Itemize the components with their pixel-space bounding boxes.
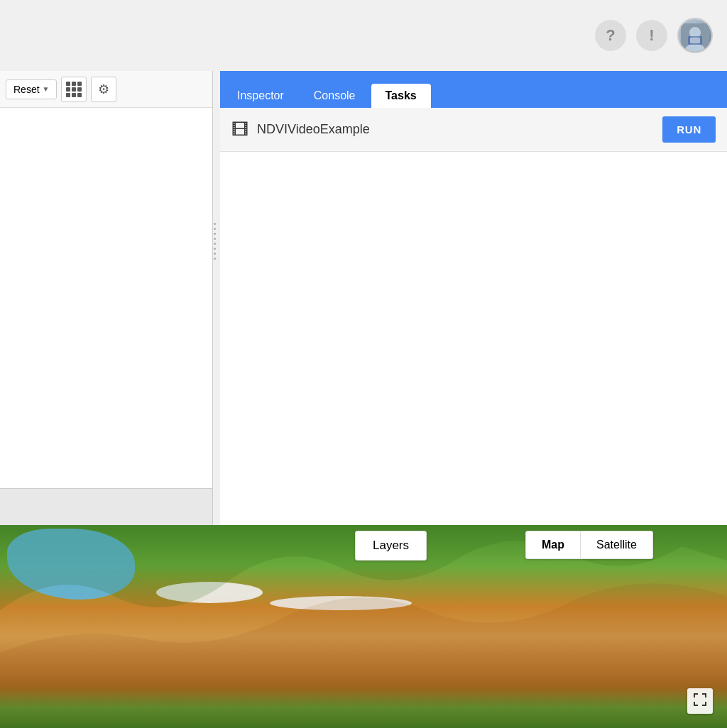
grid-button[interactable] — [61, 77, 87, 102]
task-content-area — [220, 152, 727, 525]
left-toolbar: Reset ▼ ⚙ — [0, 71, 212, 108]
task-name: NDVIVideoExample — [257, 122, 654, 137]
map-type-map-button[interactable]: Map — [526, 531, 581, 558]
layers-button-wrap: Layers — [355, 531, 427, 561]
reset-button[interactable]: Reset ▼ — [6, 79, 57, 99]
right-panel: Inspector Console Tasks 🎞 NDVIVideoExamp… — [220, 71, 727, 525]
resize-handle[interactable] — [210, 199, 219, 284]
dropdown-arrow-icon: ▼ — [43, 85, 50, 93]
layers-button[interactable]: Layers — [355, 531, 427, 561]
dot — [214, 233, 216, 235]
dot — [214, 258, 216, 260]
grid-icon — [66, 82, 82, 97]
help-icon: ? — [606, 26, 615, 45]
dot — [214, 248, 216, 250]
left-content — [0, 108, 212, 488]
left-panel: Reset ▼ ⚙ — [0, 71, 213, 525]
tab-bar: Inspector Console Tasks — [220, 71, 727, 108]
task-row: 🎞 NDVIVideoExample RUN — [220, 108, 727, 152]
help-button[interactable]: ? — [595, 20, 626, 51]
tab-console[interactable]: Console — [300, 84, 370, 108]
run-button[interactable]: RUN — [662, 116, 716, 143]
map-type-satellite-button[interactable]: Satellite — [581, 531, 652, 558]
svg-rect-4 — [690, 38, 700, 43]
dot — [214, 228, 216, 230]
map-type-selector: Map Satellite — [525, 531, 653, 559]
film-icon: 🎞 — [231, 120, 248, 140]
tab-inspector[interactable]: Inspector — [223, 84, 298, 108]
dot — [214, 253, 216, 255]
dot — [214, 238, 216, 240]
fullscreen-icon — [694, 693, 706, 710]
gear-icon: ⚙ — [98, 82, 109, 97]
top-bar: ? ! — [0, 0, 727, 71]
tab-tasks[interactable]: Tasks — [371, 84, 431, 108]
feedback-button[interactable]: ! — [636, 20, 667, 51]
left-bottom-bar — [0, 488, 212, 525]
dot — [214, 243, 216, 245]
reset-label: Reset — [13, 84, 40, 95]
fullscreen-button[interactable] — [687, 688, 713, 714]
settings-button[interactable]: ⚙ — [91, 77, 116, 102]
avatar-image — [679, 19, 711, 52]
user-avatar[interactable] — [677, 18, 713, 53]
dot — [214, 223, 216, 225]
feedback-icon: ! — [649, 26, 654, 45]
